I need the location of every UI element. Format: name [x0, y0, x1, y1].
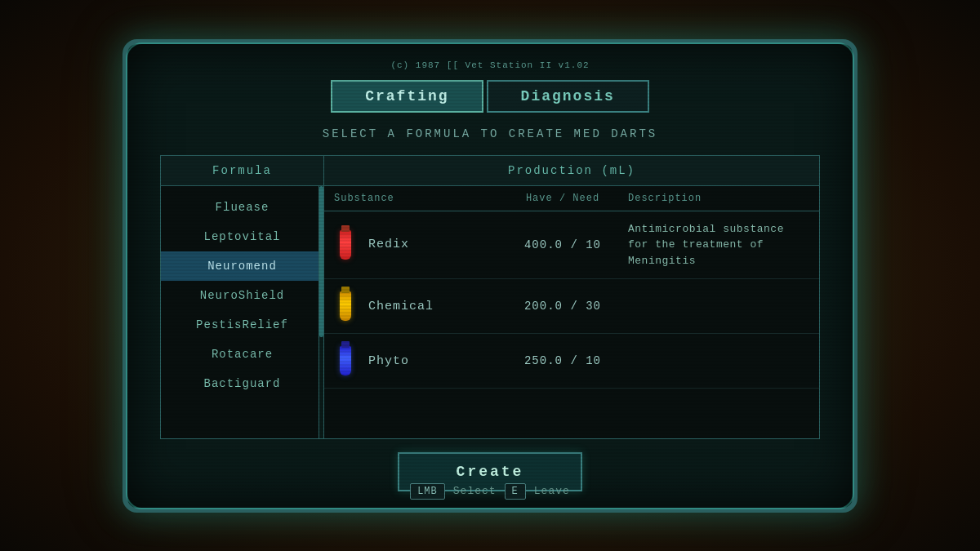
substance-redix: Redix: [334, 228, 497, 262]
page-subtitle: SELECT A FORMULA TO CREATE MED DARTS: [323, 127, 657, 140]
need-chemical: 30: [586, 300, 601, 313]
substance-chemical: Chemical: [334, 289, 497, 323]
table-body: Redix 400.0 / 10 Antimicrobial substance…: [324, 211, 819, 438]
formula-panel: Formula Fluease Leptovital Neuromend Neu…: [161, 156, 324, 438]
formula-item-neuroshield[interactable]: NeuroShield: [161, 281, 323, 310]
tab-row: Crafting Diagnosis: [331, 80, 649, 113]
vial-icon-red: [334, 228, 357, 262]
separator-phyto: /: [570, 354, 586, 367]
have-phyto: 250.0: [524, 354, 563, 367]
copyright-text: (c) 1987 [[ Vet Station II v1.02: [390, 60, 589, 70]
scrollbar[interactable]: [318, 186, 323, 438]
col-description: Description: [628, 193, 809, 204]
formula-item-bactiguard[interactable]: Bactiguard: [161, 369, 323, 398]
vial-red-shape: [340, 230, 351, 260]
hint-key-lmb: LMB: [410, 483, 445, 500]
scrollbar-thumb: [319, 186, 323, 337]
production-table: Substance Have / Need Description Redix: [324, 186, 819, 438]
table-row: Phyto 250.0 / 10: [324, 334, 819, 389]
separator-chemical: /: [570, 300, 586, 313]
formula-item-pestisrelief[interactable]: PestisRelief: [161, 310, 323, 340]
hint-label-leave: Leave: [534, 485, 570, 497]
tab-diagnosis[interactable]: Diagnosis: [487, 80, 649, 113]
main-panel: Formula Fluease Leptovital Neuromend Neu…: [160, 155, 820, 439]
vial-yellow-shape: [340, 291, 351, 321]
have-chemical: 200.0: [524, 300, 563, 313]
col-substance: Substance: [334, 193, 497, 204]
substance-name-redix: Redix: [368, 238, 409, 251]
vial-icon-yellow: [334, 289, 357, 323]
formula-item-leptovital[interactable]: Leptovital: [161, 222, 323, 251]
need-phyto: 10: [586, 354, 601, 367]
table-row: Chemical 200.0 / 30: [324, 279, 819, 334]
formula-list: Fluease Leptovital Neuromend NeuroShield…: [161, 186, 323, 438]
terminal-screen: (c) 1987 [[ Vet Station II v1.02 Craftin…: [122, 39, 858, 513]
formula-header: Formula: [161, 156, 323, 186]
separator-redix: /: [570, 238, 586, 251]
vial-blue-shape: [340, 346, 351, 375]
hint-key-e: E: [505, 483, 526, 500]
description-redix: Antimicrobial substance for the treatmen…: [628, 221, 809, 269]
have-redix: 400.0: [524, 238, 563, 251]
bottom-hints: LMB Select E Leave: [410, 483, 570, 500]
vial-icon-blue: [334, 344, 357, 378]
tab-crafting[interactable]: Crafting: [331, 80, 483, 113]
table-row: Redix 400.0 / 10 Antimicrobial substance…: [324, 211, 819, 280]
table-header: Substance Have / Need Description: [324, 186, 819, 211]
formula-item-fluease[interactable]: Fluease: [161, 193, 323, 222]
hint-label-select: Select: [453, 485, 497, 497]
haveneed-phyto: 250.0 / 10: [497, 354, 628, 367]
formula-item-neuromend[interactable]: Neuromend: [161, 251, 323, 281]
production-header: Production (mL): [324, 156, 819, 186]
haveneed-redix: 400.0 / 10: [497, 238, 628, 251]
need-redix: 10: [586, 238, 601, 251]
production-panel: Production (mL) Substance Have / Need De…: [324, 156, 819, 438]
substance-name-phyto: Phyto: [368, 354, 409, 368]
col-haveneed: Have / Need: [497, 193, 628, 204]
substance-phyto: Phyto: [334, 344, 497, 378]
substance-name-chemical: Chemical: [368, 300, 434, 313]
haveneed-chemical: 200.0 / 30: [497, 300, 628, 313]
formula-item-rotacare[interactable]: Rotacare: [161, 340, 323, 369]
